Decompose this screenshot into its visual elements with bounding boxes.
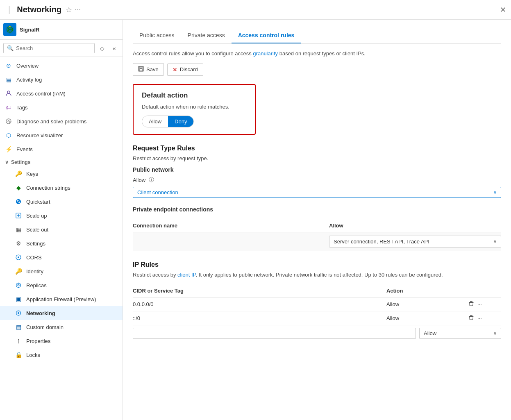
deny-toggle-btn[interactable]: Deny bbox=[168, 116, 193, 127]
allow-value-dropdown[interactable]: Server connection, REST API, Trace API ∨ bbox=[329, 236, 501, 247]
svg-rect-4 bbox=[9, 26, 11, 27]
ip-rules-desc: Restrict access by client IP. It only ap… bbox=[133, 272, 501, 278]
sidebar-item-custom-domain[interactable]: ▤ Custom domain bbox=[0, 320, 123, 334]
request-type-rules-title: Request Type Rules bbox=[133, 145, 501, 152]
sidebar-label-locks: Locks bbox=[26, 352, 40, 358]
toolbar: Save ✕ Discard bbox=[133, 63, 501, 76]
description-text: Access control rules allow you to config… bbox=[133, 50, 253, 57]
sidebar-item-properties[interactable]: ⫿ Properties bbox=[0, 334, 123, 348]
ip-action-value: Allow bbox=[424, 330, 436, 336]
delete-icon-1[interactable] bbox=[468, 301, 474, 308]
sidebar-item-tags[interactable]: 🏷 Tags bbox=[0, 100, 123, 114]
replicas-icon bbox=[15, 282, 22, 289]
svg-point-11 bbox=[18, 257, 19, 258]
app-name: SignalR bbox=[20, 27, 39, 33]
client-connection-value: Client connection bbox=[137, 189, 178, 195]
sidebar-item-access-control[interactable]: Access control (IAM) bbox=[0, 86, 123, 100]
discard-label: Discard bbox=[180, 66, 198, 73]
sidebar-item-scale-out[interactable]: ▦ Scale out bbox=[0, 222, 123, 236]
sidebar: SignalR 🔍 ◇ « ⊙ Overview ▤ Activity log bbox=[0, 20, 123, 420]
granularity-link[interactable]: granularity bbox=[253, 50, 278, 57]
content-area: Public access Private access Access cont… bbox=[123, 20, 511, 420]
sidebar-item-networking[interactable]: Networking bbox=[0, 306, 123, 320]
networking-icon bbox=[15, 309, 22, 317]
ip-cidr-input[interactable] bbox=[133, 328, 416, 339]
request-type-rules-desc: Restrict access by request type. bbox=[133, 155, 501, 161]
sidebar-label-scale-out: Scale out bbox=[26, 227, 48, 233]
search-input[interactable] bbox=[16, 45, 91, 51]
sidebar-item-locks[interactable]: 🔒 Locks bbox=[0, 348, 123, 362]
more-options-icon-1[interactable]: ··· bbox=[477, 301, 482, 307]
identity-icon: 🔑 bbox=[15, 268, 22, 275]
pin-icon[interactable]: ◇ bbox=[97, 43, 107, 53]
client-connection-dropdown[interactable]: Client connection ∨ bbox=[133, 187, 501, 198]
sidebar-item-cors[interactable]: CORS bbox=[0, 250, 123, 264]
tags-icon: 🏷 bbox=[5, 104, 12, 111]
settings-chevron-icon: ∨ bbox=[5, 159, 9, 165]
sidebar-item-connection-strings[interactable]: ◆ Connection strings bbox=[0, 181, 123, 195]
more-icon[interactable]: ··· bbox=[75, 5, 81, 14]
sidebar-label-identity: Identity bbox=[26, 268, 43, 275]
tab-private-access[interactable]: Private access bbox=[181, 28, 232, 43]
sidebar-item-activity-log[interactable]: ▤ Activity log bbox=[0, 73, 123, 86]
sidebar-label-quickstart: Quickstart bbox=[26, 199, 50, 205]
settings-group-label: Settings bbox=[11, 159, 30, 165]
app-firewall-icon: ▣ bbox=[15, 295, 22, 303]
sidebar-item-identity[interactable]: 🔑 Identity bbox=[0, 264, 123, 278]
ip-action-dropdown[interactable]: Allow ∨ bbox=[419, 328, 501, 339]
delete-icon-2[interactable] bbox=[468, 315, 474, 322]
sidebar-label-replicas: Replicas bbox=[26, 282, 47, 288]
client-ip-link[interactable]: client IP bbox=[177, 272, 196, 278]
cors-icon bbox=[15, 254, 22, 261]
collapse-icon[interactable]: « bbox=[109, 43, 119, 53]
sidebar-header: SignalR bbox=[0, 20, 123, 40]
settings-icon: ⚙ bbox=[15, 240, 22, 247]
col-allow-header: Allow bbox=[329, 222, 501, 229]
sidebar-item-resource-visualizer[interactable]: ⬡ Resource visualizer bbox=[0, 128, 123, 142]
sidebar-item-settings[interactable]: ⚙ Settings bbox=[0, 236, 123, 250]
page-description: Access control rules allow you to config… bbox=[133, 50, 501, 57]
allow-toggle-btn[interactable]: Allow bbox=[142, 116, 168, 127]
svg-point-5 bbox=[7, 91, 10, 93]
sidebar-label-networking: Networking bbox=[26, 310, 55, 316]
ip-rule-row-2: ::/0 Allow ··· bbox=[133, 311, 501, 325]
sidebar-item-diagnose[interactable]: Diagnose and solve problems bbox=[0, 114, 123, 128]
save-icon bbox=[138, 66, 144, 73]
sidebar-item-quickstart[interactable]: Quickstart bbox=[0, 195, 123, 209]
resource-visualizer-icon: ⬡ bbox=[5, 132, 12, 139]
sidebar-item-events[interactable]: ⚡ Events bbox=[0, 142, 123, 156]
sidebar-item-overview[interactable]: ⊙ Overview bbox=[0, 59, 123, 73]
tab-public-access[interactable]: Public access bbox=[133, 28, 181, 43]
ip-rules-title: IP Rules bbox=[133, 261, 501, 268]
sidebar-item-app-firewall[interactable]: ▣ Application Firewall (Preview) bbox=[0, 292, 123, 306]
sidebar-label-settings: Settings bbox=[26, 241, 45, 247]
star-icon[interactable]: ☆ bbox=[66, 5, 72, 14]
sidebar-item-scale-up[interactable]: Scale up bbox=[0, 209, 123, 222]
sidebar-item-replicas[interactable]: Replicas bbox=[0, 278, 123, 292]
sidebar-label-activity-log: Activity log bbox=[16, 77, 42, 83]
close-icon[interactable]: ✕ bbox=[500, 5, 506, 14]
save-button[interactable]: Save bbox=[133, 63, 164, 76]
allow-value: Server connection, REST API, Trace API bbox=[334, 238, 429, 245]
svg-rect-21 bbox=[470, 301, 472, 302]
sidebar-label-events: Events bbox=[16, 146, 33, 152]
tab-access-control-rules[interactable]: Access control rules bbox=[232, 28, 301, 43]
sidebar-label-keys: Keys bbox=[26, 171, 38, 177]
search-box[interactable]: 🔍 bbox=[3, 43, 95, 53]
allow-dropdown-cell: Server connection, REST API, Trace API ∨ bbox=[329, 236, 501, 247]
scale-out-icon: ▦ bbox=[15, 226, 22, 233]
default-action-desc: Default action when no rule matches. bbox=[142, 104, 247, 110]
app-logo bbox=[3, 23, 16, 36]
sidebar-item-keys[interactable]: 🔑 Keys bbox=[0, 167, 123, 181]
request-type-rules-section: Request Type Rules Restrict access by re… bbox=[133, 145, 501, 251]
search-icon: 🔍 bbox=[7, 45, 14, 51]
info-icon[interactable]: ⓘ bbox=[149, 176, 154, 184]
settings-group[interactable]: ∨ Settings bbox=[0, 156, 123, 167]
sidebar-label-access-control: Access control (IAM) bbox=[16, 91, 66, 97]
discard-button[interactable]: ✕ Discard bbox=[167, 64, 203, 76]
diagnose-icon bbox=[5, 118, 12, 125]
allow-deny-toggle[interactable]: Allow Deny bbox=[142, 116, 194, 127]
title-divider: | bbox=[8, 5, 10, 14]
more-options-icon-2[interactable]: ··· bbox=[477, 315, 482, 321]
sidebar-label-connection-strings: Connection strings bbox=[26, 185, 70, 191]
